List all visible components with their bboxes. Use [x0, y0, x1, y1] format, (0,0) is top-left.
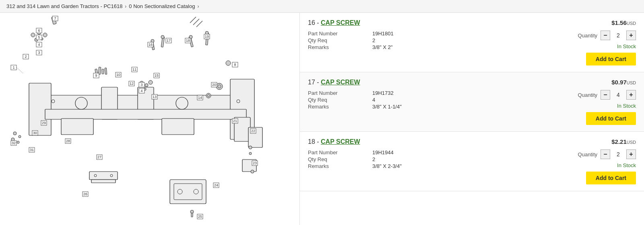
svg-text:20: 20: [212, 83, 216, 87]
part-details-18: Part Number 19H1944 Qty Req 2 Remarks 3/…: [308, 149, 636, 184]
svg-text:12: 12: [130, 82, 134, 86]
svg-text:19: 19: [205, 35, 209, 39]
qty-decrease-16[interactable]: −: [601, 31, 610, 40]
quantity-label-17: Quantity: [578, 92, 597, 98]
part-name-link-16[interactable]: CAP SCREW: [321, 19, 360, 26]
part-title-17: 17 - CAP SCREW: [308, 79, 360, 86]
qty-req-value-18: 2: [372, 156, 453, 162]
diagram-panel: .label-box { fill: white; stroke: #333; …: [0, 13, 300, 225]
price-currency-16: USD: [627, 21, 636, 26]
add-to-cart-17[interactable]: Add to Cart: [586, 112, 636, 125]
part-number-prefix-18: 18 -: [308, 138, 321, 145]
part-price-17: $0.97USD: [611, 79, 636, 86]
svg-text:7: 7: [54, 16, 56, 20]
add-to-cart-18[interactable]: Add to Cart: [586, 172, 636, 184]
svg-rect-8: [45, 109, 246, 119]
part-name-link-17[interactable]: CAP SCREW: [321, 79, 360, 86]
svg-text:21: 21: [233, 119, 237, 123]
main-content: .label-box { fill: white; stroke: #333; …: [0, 13, 644, 225]
part-number-prefix-17: 17 -: [308, 79, 321, 86]
part-name-link-18[interactable]: CAP SCREW: [321, 138, 360, 145]
svg-rect-24: [105, 68, 107, 74]
svg-text:9: 9: [95, 74, 97, 78]
part-title-16: 16 - CAP SCREW: [308, 19, 360, 27]
part-price-18: $2.21USD: [611, 138, 636, 145]
svg-point-25: [13, 132, 17, 135]
part-info-17: Part Number 19H1732 Qty Req 4 Remarks 3/…: [308, 90, 547, 125]
remarks-label-16: Remarks: [308, 44, 368, 50]
remarks-value-16: 3/8" X 2": [372, 44, 453, 50]
quantity-row-18: Quantity − 2 +: [578, 149, 636, 159]
svg-text:27: 27: [97, 155, 101, 159]
svg-line-2: [196, 21, 202, 27]
svg-text:24: 24: [214, 183, 218, 187]
svg-text:29: 29: [42, 121, 46, 125]
part-card-16: 16 - CAP SCREW $1.56USD Part Number 19H1…: [300, 13, 644, 72]
qty-display-16: 2: [613, 32, 623, 39]
qty-decrease-18[interactable]: −: [601, 149, 610, 159]
svg-point-15: [31, 33, 35, 37]
stock-status-16: In Stock: [617, 43, 636, 49]
svg-rect-23: [102, 69, 104, 74]
part-number-label-16: Part Number: [308, 31, 368, 37]
qty-decrease-17[interactable]: −: [601, 90, 610, 100]
part-info-grid-17: Part Number 19H1732 Qty Req 4 Remarks 3/…: [308, 90, 547, 110]
svg-point-125: [149, 80, 153, 84]
svg-text:28: 28: [66, 139, 70, 143]
part-info-grid-16: Part Number 19H1801 Qty Req 2 Remarks 3/…: [308, 31, 547, 50]
qty-req-label-18: Qty Req: [308, 156, 368, 162]
qty-req-label-17: Qty Req: [308, 97, 368, 103]
part-info-grid-18: Part Number 19H1944 Qty Req 2 Remarks 3/…: [308, 149, 547, 169]
svg-line-60: [17, 68, 23, 73]
svg-point-49: [161, 35, 164, 39]
price-value-17: $0.97: [611, 79, 627, 86]
svg-text:6: 6: [38, 29, 40, 33]
qty-increase-17[interactable]: +: [626, 90, 636, 100]
svg-text:3: 3: [140, 83, 142, 87]
svg-point-17: [43, 33, 47, 37]
part-card-17: 17 - CAP SCREW $0.97USD Part Number 19H1…: [300, 72, 644, 132]
svg-text:2: 2: [25, 55, 27, 59]
svg-text:14: 14: [198, 96, 202, 100]
svg-point-56: [249, 152, 252, 155]
svg-text:30: 30: [33, 131, 37, 135]
part-info-16: Part Number 19H1801 Qty Req 2 Remarks 3/…: [308, 31, 547, 65]
stock-status-17: In Stock: [617, 103, 636, 109]
quantity-row-16: Quantity − 2 +: [578, 31, 636, 40]
part-actions-18: Quantity − 2 + In Stock Add to Cart: [547, 149, 636, 184]
add-to-cart-16[interactable]: Add to Cart: [586, 53, 636, 65]
svg-text:11: 11: [132, 68, 136, 72]
parts-panel: 16 - CAP SCREW $1.56USD Part Number 19H1…: [300, 13, 644, 225]
part-number-value-16: 19H1801: [372, 31, 453, 37]
svg-text:1: 1: [12, 65, 14, 70]
svg-text:4: 4: [140, 89, 142, 93]
remarks-value-18: 3/8" X 2-3/4": [372, 163, 453, 169]
svg-rect-38: [191, 213, 193, 217]
quantity-row-17: Quantity − 4 +: [578, 90, 636, 100]
svg-text:8: 8: [234, 63, 236, 67]
parts-diagram: .label-box { fill: white; stroke: #333; …: [9, 15, 291, 225]
part-number-label-17: Part Number: [308, 90, 368, 96]
price-value-18: $2.21: [611, 138, 627, 145]
part-number-value-17: 19H1732: [372, 90, 453, 96]
part-header-17: 17 - CAP SCREW $0.97USD: [308, 79, 636, 86]
part-number-label-18: Part Number: [308, 149, 368, 155]
breadcrumb-link-1[interactable]: 312 and 314 Lawn and Garden Tractors - P…: [6, 3, 122, 9]
svg-text:22: 22: [251, 129, 255, 133]
stock-status-18: In Stock: [617, 162, 636, 168]
svg-text:15: 15: [155, 74, 159, 78]
part-details-16: Part Number 19H1801 Qty Req 2 Remarks 3/…: [308, 31, 636, 65]
part-number-prefix-16: 16 -: [308, 19, 321, 26]
part-card-18: 18 - CAP SCREW $2.21USD Part Number 19H1…: [300, 132, 644, 191]
qty-increase-16[interactable]: +: [626, 31, 636, 40]
qty-increase-18[interactable]: +: [626, 149, 636, 159]
svg-point-28: [17, 141, 19, 143]
svg-point-55: [249, 146, 252, 149]
price-currency-17: USD: [627, 80, 636, 85]
remarks-value-17: 3/8" X 1-1/4": [372, 104, 453, 110]
breadcrumb-link-2[interactable]: 0 Non Sectionalized Catalog: [129, 3, 195, 9]
svg-point-50: [216, 83, 223, 90]
breadcrumb-chevron-2: ›: [197, 4, 199, 9]
svg-text:32: 32: [12, 141, 16, 145]
qty-req-value-16: 2: [372, 37, 453, 43]
